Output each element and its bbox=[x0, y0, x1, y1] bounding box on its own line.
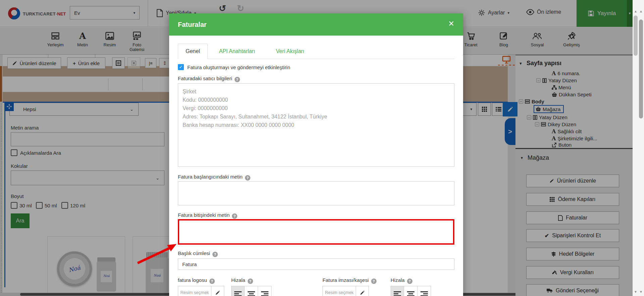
image-picker-label[interactable]: Resim seçmek bbox=[323, 286, 356, 296]
align-center-button[interactable] bbox=[245, 286, 258, 296]
modal-title: Faturalar bbox=[178, 21, 207, 29]
seller-info-textarea[interactable]: Şirket Kodu: 0000000000 Vergi: 000000000… bbox=[178, 83, 454, 167]
invoice-start-label: Fatura başlangıcındaki metin? bbox=[178, 174, 250, 181]
invoice-signature-label: Fatura imzası/kaşesi? bbox=[323, 277, 377, 284]
scroll-up-icon[interactable]: ▲ bbox=[639, 9, 643, 13]
help-icon[interactable]: ? bbox=[245, 175, 250, 181]
title-phrase-label: Başlık cümlesi? bbox=[178, 250, 218, 257]
invoice-end-label: Fatura bitişindeki metin? bbox=[178, 212, 237, 219]
help-icon[interactable]: ? bbox=[371, 279, 377, 284]
scroll-down-icon[interactable]: ▼ bbox=[639, 290, 643, 294]
invoice-logo-picker[interactable]: Resim seçmek bbox=[178, 286, 224, 296]
signature-align-buttons bbox=[391, 286, 431, 296]
vertical-scrollbar-thumb[interactable] bbox=[639, 19, 643, 118]
align-left-icon bbox=[394, 290, 401, 296]
align-center-button[interactable] bbox=[404, 286, 417, 296]
align-label: Hizala? bbox=[231, 277, 253, 284]
align-left-button[interactable] bbox=[391, 286, 404, 296]
align-right-button[interactable] bbox=[258, 286, 271, 296]
align-right-button[interactable] bbox=[417, 286, 431, 296]
scroll-down-icon[interactable]: ▼ bbox=[634, 290, 637, 294]
align-left-button[interactable] bbox=[231, 286, 245, 296]
tab-api-keys[interactable]: API Anahtarları bbox=[212, 44, 263, 59]
vertical-scrollbar-thumb[interactable] bbox=[634, 15, 638, 56]
align2-label: Hizala? bbox=[391, 277, 412, 284]
scrollbar-gutter: ▲ ▲ ▼ ▼ bbox=[633, 0, 644, 296]
invoice-logo-label: fatura logosu? bbox=[178, 277, 215, 284]
invoices-modal: Faturalar ✕ Genel API Anahtarları Veri A… bbox=[169, 13, 463, 296]
align-right-icon bbox=[261, 290, 268, 296]
align-left-icon bbox=[234, 290, 242, 296]
logo-align-buttons bbox=[231, 286, 271, 296]
seller-info-label: Faturadaki satıcı bilgileri? bbox=[178, 76, 240, 82]
close-icon[interactable]: ✕ bbox=[448, 20, 454, 28]
annotation-arrow bbox=[136, 242, 178, 265]
align-center-icon bbox=[407, 290, 414, 296]
tab-data-feeds[interactable]: Veri Akışları bbox=[268, 44, 311, 59]
enable-invoicing-row[interactable]: ✓ Fatura oluşturmayı ve göndermeyi etkin… bbox=[178, 64, 290, 70]
enable-invoicing-label: Fatura oluşturmayı ve göndermeyi etkinle… bbox=[187, 64, 290, 70]
modal-header: Faturalar ✕ bbox=[169, 13, 463, 36]
align-center-icon bbox=[248, 290, 255, 296]
tab-genel[interactable]: Genel bbox=[178, 44, 208, 59]
image-picker-label[interactable]: Resim seçmek bbox=[178, 286, 211, 296]
invoice-signature-picker[interactable]: Resim seçmek bbox=[323, 286, 369, 296]
invoice-end-textarea-highlighted[interactable] bbox=[178, 219, 454, 245]
help-icon[interactable]: ? bbox=[407, 279, 412, 284]
help-icon[interactable]: ? bbox=[232, 213, 237, 219]
pencil-icon[interactable] bbox=[211, 286, 224, 296]
help-icon[interactable]: ? bbox=[248, 279, 253, 284]
help-icon[interactable]: ? bbox=[235, 77, 240, 82]
help-icon[interactable]: ? bbox=[209, 279, 215, 284]
title-phrase-input[interactable] bbox=[178, 258, 454, 270]
invoice-start-textarea[interactable] bbox=[178, 181, 454, 205]
help-icon[interactable]: ? bbox=[212, 252, 218, 257]
pencil-icon[interactable] bbox=[356, 286, 369, 296]
scroll-up-icon[interactable]: ▲ bbox=[634, 9, 637, 13]
app-screen: TURKTICARET·NET Ev ▾ Yeni/Sıfırla ▾ ↺ ↻ … bbox=[0, 0, 644, 296]
modal-tabs: Genel API Anahtarları Veri Akışları bbox=[178, 42, 454, 59]
align-right-icon bbox=[420, 290, 428, 296]
checked-checkbox-icon[interactable]: ✓ bbox=[178, 64, 184, 70]
